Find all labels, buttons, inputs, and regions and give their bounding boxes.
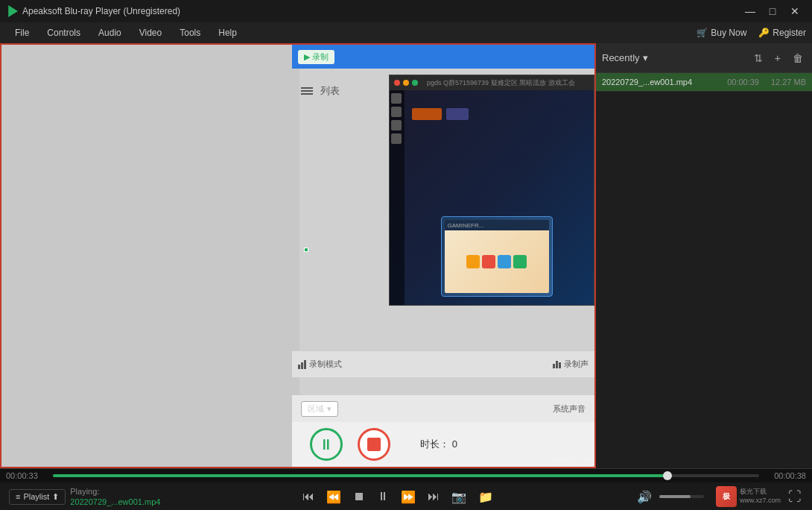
volume-track[interactable]	[659, 495, 704, 498]
nav-dot-yellow	[403, 80, 409, 86]
menu-audio[interactable]: Audio	[89, 25, 130, 41]
game-top-ui	[412, 105, 594, 123]
rec-buttons-bar: ⏸ 时长： 0	[292, 422, 594, 467]
game-popup: GAMINEFR...	[441, 216, 554, 297]
video-area[interactable]: ▶ 录制 列表	[0, 43, 596, 468]
screenshot-button[interactable]: 📷	[450, 488, 468, 506]
rec-list-area: 列表	[292, 69, 389, 113]
nav-dot-red	[394, 80, 400, 86]
buy-now-label: Buy Now	[711, 28, 746, 38]
duration-label: 时长：	[420, 438, 449, 450]
fullscreen-button[interactable]: ⛶	[787, 488, 803, 506]
bar1	[298, 365, 300, 369]
list-line-2	[301, 90, 313, 92]
volume-icon[interactable]: 🔊	[635, 488, 653, 506]
key-icon: 🔑	[758, 28, 770, 38]
forward-button[interactable]: ⏩	[399, 488, 417, 506]
rec-left-panel	[1, 45, 299, 467]
menu-file[interactable]: File	[6, 25, 38, 41]
pause-button[interactable]: ⏸	[375, 488, 390, 505]
recently-dropdown[interactable]: Recently ▾	[602, 52, 648, 63]
playlist-toggle-button[interactable]: ≡ Playlist ⬆	[9, 489, 66, 505]
game-icon-c	[498, 255, 511, 268]
stop-button[interactable]: ⏹	[352, 488, 367, 505]
rec-controls-bar: 区域 ▾ 系统声音	[292, 395, 594, 422]
menu-video[interactable]: Video	[130, 25, 171, 41]
add-icon[interactable]: +	[772, 51, 784, 66]
logo-icon: 极	[716, 486, 737, 507]
titlebar: Apeaksoft Blu-ray Player (Unregistered) …	[0, 0, 812, 22]
game-popup-content	[445, 230, 550, 293]
buy-now-button[interactable]: 🛒 Buy Now	[697, 28, 746, 38]
game-ui-el1	[412, 108, 442, 120]
next-button[interactable]: ⏭	[426, 488, 441, 505]
playlist-toggle-label: Playlist	[23, 492, 49, 501]
menubar: File Controls Audio Video Tools Help 🛒 B…	[0, 22, 812, 43]
game-icon-2	[391, 107, 402, 117]
playlist-item-name: 20220729_...ew001.mp4	[602, 78, 716, 86]
nav-dot-green	[412, 80, 418, 86]
playing-label: Playing:	[70, 486, 160, 497]
delete-icon[interactable]: 🗑	[790, 51, 806, 66]
rec-pause-button[interactable]: ⏸	[310, 428, 343, 461]
rewind-button[interactable]: ⏪	[325, 488, 343, 506]
dropdown-arrow-icon: ▾	[643, 52, 648, 63]
playlist-lines-icon: ≡	[16, 492, 20, 501]
bottom-controls: 00:00:33 00:00:38 ≡ Playlist ⬆ Playing: …	[0, 468, 812, 510]
close-button[interactable]: ✕	[784, 0, 806, 22]
watermark: www.xz7.com	[551, 456, 591, 464]
rec-start-button: ▶ 录制	[298, 50, 334, 64]
logo-area: 极 极光下载 www.xz7.com	[716, 486, 781, 507]
folder-button[interactable]: 📁	[477, 488, 495, 506]
bar3	[304, 360, 306, 369]
playlist-item-size: 12.27 MB	[765, 78, 806, 86]
menu-tools[interactable]: Tools	[171, 25, 209, 41]
area-select-label: 区域	[308, 403, 324, 415]
playlist-items: 20220729_...ew001.mp4 00:00:39 12.27 MB	[596, 73, 812, 468]
list-line-1	[301, 87, 313, 89]
area-select-arrow: ▾	[327, 404, 332, 414]
playlist-export-icon: ⬆	[52, 492, 59, 502]
game-icon-d	[513, 255, 527, 268]
maximize-button[interactable]: □	[761, 0, 784, 22]
control-buttons: ≡ Playlist ⬆ Playing: 20220729_...ew001.…	[0, 482, 812, 510]
minimize-button[interactable]: —	[739, 0, 761, 22]
sbar2	[556, 361, 558, 368]
rec-sound-label: 录制声	[553, 359, 589, 370]
progress-track[interactable]	[53, 474, 759, 477]
game-ui-el2	[446, 108, 469, 120]
playlist-sidebar: Recently ▾ ⇅ + 🗑 20220729_...ew001.mp4 0…	[596, 43, 812, 468]
game-popup-title: GAMINEFR...	[448, 222, 484, 229]
sort-icon[interactable]: ⇅	[751, 51, 766, 66]
cart-icon: 🛒	[697, 28, 708, 38]
rec-mode-label: 录制模式	[298, 359, 342, 370]
app-icon	[6, 5, 18, 17]
duration-value: 0	[452, 438, 457, 450]
prev-button[interactable]: ⏮	[301, 488, 316, 505]
sound-bars-icon	[553, 361, 561, 368]
game-canvas: GAMINEFR...	[390, 90, 594, 306]
titlebar-left: Apeaksoft Blu-ray Player (Unregistered)	[6, 5, 180, 17]
rec-stop-button[interactable]	[358, 428, 390, 461]
sbar3	[559, 362, 561, 368]
playlist-item[interactable]: 20220729_...ew001.mp4 00:00:39 12.27 MB	[596, 73, 812, 92]
logo-line1: 极光下载	[740, 488, 781, 497]
time-total: 00:00:38	[765, 471, 806, 480]
playlist-title: Recently	[602, 52, 640, 63]
rec-mode-text: 录制模式	[309, 359, 342, 370]
game-icon-b	[482, 255, 495, 268]
register-label: Register	[773, 28, 806, 38]
game-icon-1	[391, 93, 402, 104]
register-button[interactable]: 🔑 Register	[758, 28, 806, 38]
area-select[interactable]: 区域 ▾	[301, 401, 338, 417]
playlist-header-icons: ⇅ + 🗑	[751, 51, 806, 66]
game-icon-4	[391, 133, 402, 144]
game-sidebar	[390, 90, 405, 306]
progress-bar-area: 00:00:33 00:00:38	[0, 469, 812, 482]
menu-help[interactable]: Help	[209, 25, 246, 41]
logo-text: 极	[723, 491, 730, 502]
menu-controls[interactable]: Controls	[38, 25, 89, 41]
game-icon-a	[466, 255, 480, 268]
progress-fill	[53, 474, 667, 477]
logo-line2: www.xz7.com	[740, 497, 781, 506]
